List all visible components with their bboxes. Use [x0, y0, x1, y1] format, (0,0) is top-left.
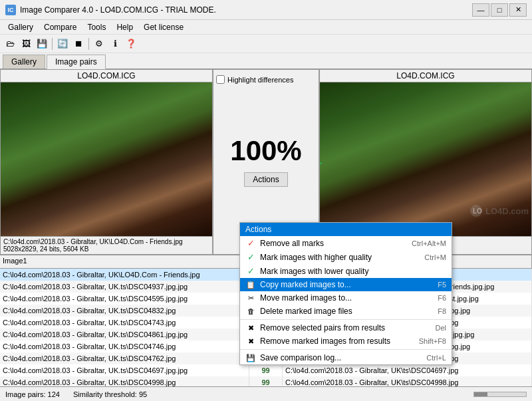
ctx-item-left-4: 📋 Copy marked images to... [245, 280, 351, 289]
ctx-delete-marked[interactable]: 🗑 Delete marked image files F8 [240, 305, 452, 318]
status-pairs: Image pairs: 124 [5, 390, 60, 398]
highlight-checkbox[interactable] [216, 75, 225, 84]
watermark-icon: LO [469, 204, 483, 217]
menu-getlicense[interactable]: Get license [138, 21, 189, 33]
toolbar-separator-1 [52, 38, 53, 50]
ctx-remove-marked-results[interactable]: ✖ Remove marked images from results Shif… [240, 334, 452, 348]
highlight-check-area: Highlight differences [216, 75, 293, 84]
list-cell-img1: C:\lo4d.com\2018.03 - Gibraltar, UK.ts\D… [0, 364, 249, 376]
ctx-label-1: Remove all marks [260, 239, 324, 248]
image-area: LO4D.COM.ICG C:\lo4d.com\2018.03 - Gibra… [0, 69, 532, 255]
ctx-item-left-2: ✓ Mark images with higher quality [245, 252, 372, 262]
list-cell-img1: C:\lo4d.com\2018.03 - Gibraltar, UK.ts\D… [0, 329, 249, 340]
toolbar-btn-refresh[interactable]: 🔄 [55, 37, 70, 51]
list-cell-img1: C:\lo4d.com\2018.03 - Gibraltar, UK.ts\D… [0, 340, 249, 352]
ctx-removepairs-icon: ✖ [245, 324, 256, 333]
ctx-label-9: Save comparison log... [260, 353, 341, 362]
ctx-shortcut-2: Ctrl+M [424, 253, 446, 261]
ctx-item-left-5: ✂ Move marked images to... [245, 293, 352, 303]
ctx-check-icon-2: ✓ [245, 252, 256, 262]
ctx-separator-2 [240, 349, 452, 350]
toolbar-btn-stop[interactable]: ⏹ [71, 37, 86, 51]
ctx-shortcut-5: F6 [438, 294, 446, 302]
list-cell-img1: C:\lo4d.com\2018.03 - Gibraltar, UK\LO4D… [0, 269, 249, 281]
ctx-removemarked-icon: ✖ [245, 337, 256, 346]
right-panel-header: LO4D.COM.ICG [320, 70, 531, 82]
ctx-remove-all-marks[interactable]: ✓ Remove all marks Ctrl+Alt+M [240, 236, 452, 250]
menu-compare[interactable]: Compare [39, 21, 82, 33]
left-image [1, 82, 212, 236]
ctx-check-icon-1: ✓ [245, 238, 256, 248]
ctx-check-icon-3: ✓ [245, 266, 256, 276]
ctx-save-log[interactable]: 💾 Save comparison log... Ctrl+L [240, 351, 452, 364]
watermark-text: LO4D.com [485, 206, 529, 216]
actions-button[interactable]: Actions [244, 172, 287, 187]
statusbar-left: Image pairs: 124 Similarity threshold: 9… [5, 390, 147, 398]
toolbar-btn-settings[interactable]: ⚙ [92, 37, 106, 51]
tab-imagepairs[interactable]: Image pairs [47, 55, 106, 69]
main-content: LO4D.COM.ICG C:\lo4d.com\2018.03 - Gibra… [0, 69, 532, 401]
ctx-shortcut-8: Shift+F8 [419, 337, 446, 345]
status-threshold: Similarity threshold: 95 [73, 390, 147, 398]
menubar: Gallery Compare Tools Help Get license [0, 20, 532, 35]
left-panel-header: LO4D.COM.ICG [1, 70, 212, 82]
ctx-item-left-6: 🗑 Delete marked image files [245, 307, 352, 316]
ctx-shortcut-6: F8 [438, 307, 446, 315]
ctx-label-6: Delete marked image files [260, 307, 352, 316]
list-row[interactable]: C:\lo4d.com\2018.03 - Gibraltar, UK.ts\D… [0, 364, 532, 376]
left-footer-path: C:\lo4d.com\2018.03 - Gibraltar, UK\LO4D… [3, 238, 209, 245]
ctx-separator-1 [240, 319, 452, 320]
ctx-remove-pairs[interactable]: ✖ Remove selected pairs from results Del [240, 321, 452, 334]
ctx-shortcut-7: Del [435, 324, 446, 332]
left-image-content[interactable] [1, 82, 212, 236]
toolbar-separator-2 [88, 38, 89, 50]
toolbar-btn-open[interactable]: 🖼 [19, 37, 33, 51]
toolbar-btn-help[interactable]: ❓ [124, 37, 138, 51]
context-menu-header: Actions [240, 223, 452, 236]
ctx-copy-marked[interactable]: 📋 Copy marked images to... F5 [240, 278, 452, 291]
menu-help[interactable]: Help [111, 21, 138, 33]
menu-gallery[interactable]: Gallery [3, 21, 39, 33]
minimize-button[interactable]: — [472, 3, 489, 17]
title-text: Image Comparer 4.0 - LO4D.COM.ICG - TRIA… [20, 5, 216, 15]
watermark: LO LO4D.com [469, 204, 529, 217]
ctx-shortcut-4: F5 [438, 281, 446, 289]
ctx-delete-icon: 🗑 [245, 307, 256, 315]
statusbar: Image pairs: 124 Similarity threshold: 9… [0, 386, 532, 401]
ctx-move-marked[interactable]: ✂ Move marked images to... F6 [240, 291, 452, 305]
list-cell-img1: C:\lo4d.com\2018.03 - Gibraltar, UK.ts\D… [0, 376, 249, 386]
titlebar: IC Image Comparer 4.0 - LO4D.COM.ICG - T… [0, 0, 532, 20]
tab-gallery[interactable]: Gallery [3, 55, 45, 68]
titlebar-controls: — □ ✕ [472, 3, 527, 17]
toolbar-btn-save[interactable]: 💾 [35, 37, 49, 51]
scroll-thumb[interactable] [474, 392, 487, 396]
col-header-image1: Image1 [0, 255, 249, 268]
close-button[interactable]: ✕ [509, 3, 527, 17]
ctx-shortcut-1: Ctrl+Alt+M [412, 239, 446, 247]
toolbar-btn-new[interactable]: 🗁 [3, 37, 17, 51]
left-panel-footer: C:\lo4d.com\2018.03 - Gibraltar, UK\LO4D… [1, 236, 212, 254]
list-cell-score: 99 [249, 376, 283, 386]
maximize-button[interactable]: □ [491, 3, 508, 17]
list-cell-score: 99 [249, 364, 283, 376]
highlight-label: Highlight differences [227, 76, 293, 84]
list-cell-img1: C:\lo4d.com\2018.03 - Gibraltar, UK.ts\D… [0, 293, 249, 305]
ctx-label-7: Remove selected pairs from results [260, 323, 385, 333]
statusbar-scrollindicator [473, 392, 527, 397]
left-footer-info: 5028x2829, 24 bits, 5604 KB [3, 245, 209, 253]
ctx-item-left-8: ✖ Remove marked images from results [245, 336, 390, 346]
ctx-shortcut-9: Ctrl+L [426, 354, 446, 362]
menu-tools[interactable]: Tools [82, 21, 111, 33]
toolbar-btn-info[interactable]: ℹ [108, 37, 122, 51]
list-cell-img1: C:\lo4d.com\2018.03 - Gibraltar, UK.ts\D… [0, 305, 249, 317]
percentage-display: 100% [230, 135, 301, 167]
ctx-mark-higher[interactable]: ✓ Mark images with higher quality Ctrl+M [240, 250, 452, 264]
list-cell-img1: C:\lo4d.com\2018.03 - Gibraltar, UK.ts\D… [0, 317, 249, 329]
list-cell-img1: C:\lo4d.com\2018.03 - Gibraltar, UK.ts\D… [0, 281, 249, 293]
ctx-move-icon: ✂ [245, 294, 256, 303]
titlebar-left: IC Image Comparer 4.0 - LO4D.COM.ICG - T… [5, 5, 216, 15]
ctx-label-4: Copy marked images to... [260, 280, 351, 289]
ctx-mark-lower[interactable]: ✓ Mark images with lower quality [240, 264, 452, 278]
list-row[interactable]: C:\lo4d.com\2018.03 - Gibraltar, UK.ts\D… [0, 376, 532, 386]
toolbar: 🗁 🖼 💾 🔄 ⏹ ⚙ ℹ ❓ [0, 35, 532, 53]
